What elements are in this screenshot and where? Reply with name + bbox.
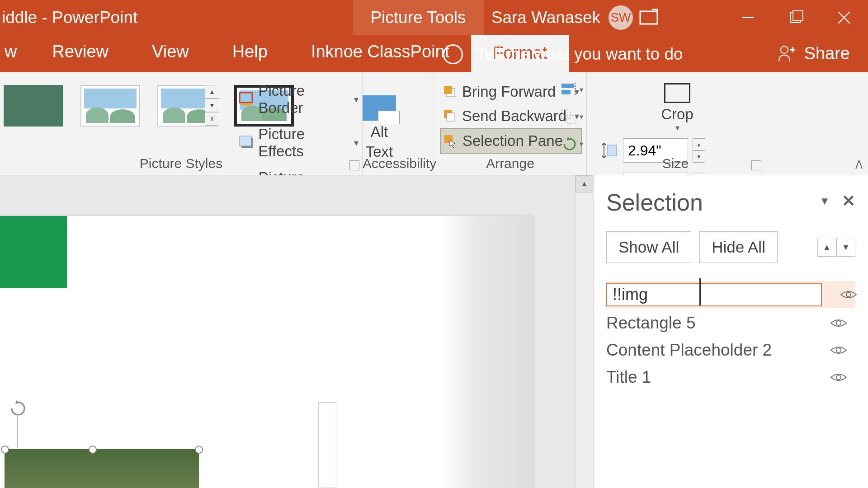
alt-text-icon (363, 95, 396, 121)
group-picture-styles: ▲ ▼ ⊻ Picture Border▾ Picture Effects▾ P… (0, 72, 363, 175)
move-up-icon[interactable]: ▲ (817, 238, 836, 257)
selection-pane: Selection ▼ ✕ Show All Hide All ▲ ▼ Rect… (593, 175, 868, 488)
group-label-picture-styles: Picture Styles (0, 156, 362, 171)
tab-view[interactable]: View (130, 42, 211, 72)
maximize-button[interactable] (772, 0, 820, 35)
selection-item-content-placeholder[interactable]: Content Placeholder 2 (606, 338, 855, 362)
resize-handle-tr[interactable] (195, 446, 203, 454)
visibility-toggle-icon[interactable] (830, 317, 847, 329)
rename-input[interactable] (606, 283, 822, 306)
minimize-button[interactable] (724, 0, 772, 35)
rotate-icon (561, 136, 578, 151)
slide[interactable] (0, 216, 533, 488)
visibility-toggle-icon[interactable] (830, 371, 847, 384)
selection-pane-icon (443, 134, 457, 148)
selection-items-list: Rectangle 5 Content Placeholder 2 Title … (606, 281, 855, 389)
slide-background-texture (439, 216, 533, 488)
tab-help[interactable]: Help (211, 42, 289, 72)
tell-me-search[interactable]: Tell me what you want to do (443, 44, 683, 64)
close-button[interactable] (820, 0, 868, 35)
group-label-arrange: Arrange (434, 156, 586, 171)
selection-pane-title: Selection (606, 189, 855, 216)
hide-all-button[interactable]: Hide All (699, 231, 778, 263)
visibility-toggle-icon[interactable] (840, 288, 857, 301)
svg-rect-0 (640, 11, 657, 24)
rotation-stem (17, 416, 18, 448)
svg-point-6 (781, 46, 788, 53)
gallery-down-icon[interactable]: ▼ (205, 99, 219, 112)
collapse-ribbon-icon[interactable]: ᐱ (855, 159, 863, 171)
visibility-toggle-icon[interactable] (830, 344, 847, 357)
tab-review[interactable]: Review (30, 42, 130, 72)
rotation-handle[interactable] (9, 399, 27, 418)
slide-canvas-area[interactable]: ▲ (0, 175, 593, 488)
svg-rect-16 (447, 113, 455, 121)
close-pane-icon[interactable]: ✕ (842, 192, 855, 211)
account-area[interactable]: Sara Wanasek SW (491, 5, 633, 30)
ribbon-display-options-icon[interactable] (624, 0, 674, 35)
svg-rect-9 (240, 136, 251, 146)
share-label: Share (804, 44, 850, 63)
gallery-more-icon[interactable]: ⊻ (205, 112, 219, 126)
group-label-accessibility: Accessibility (363, 156, 434, 171)
alt-text-button[interactable]: Alt Text (363, 95, 396, 160)
tell-me-placeholder: Tell me what you want to do (476, 45, 683, 64)
crop-button[interactable]: Crop ▾ (595, 80, 760, 133)
align-icon (561, 82, 578, 97)
svg-rect-14 (444, 86, 452, 94)
svg-point-27 (836, 375, 841, 380)
resize-handle-tl[interactable] (1, 446, 9, 454)
context-tab-label: Picture Tools (353, 0, 484, 35)
picture-border-icon (239, 92, 253, 107)
send-backward-icon (443, 109, 457, 123)
picture-content (5, 449, 199, 488)
ribbon: ▲ ▼ ⊻ Picture Border▾ Picture Effects▾ P… (0, 72, 868, 175)
vertical-scrollbar[interactable]: ▲ (575, 175, 593, 488)
gallery-up-icon[interactable]: ▲ (205, 85, 219, 99)
bring-forward-icon (443, 85, 457, 99)
selection-item-title[interactable]: Title 1 (606, 365, 855, 389)
style-thumb-2[interactable] (80, 85, 140, 127)
user-name: Sara Wanasek (491, 8, 600, 27)
gallery-scroll-buttons[interactable]: ▲ ▼ ⊻ (205, 85, 219, 126)
ribbon-tabs: w Review View Help Inknoe ClassPoint For… (0, 35, 868, 72)
resize-handle-tm[interactable] (89, 446, 97, 454)
group-size: Crop ▾ ▲▼ ▲▼ Size (587, 72, 764, 175)
size-dialog-launcher-icon[interactable] (751, 160, 761, 170)
svg-rect-20 (561, 110, 571, 119)
svg-point-26 (836, 348, 841, 352)
share-button[interactable]: Share (775, 43, 850, 63)
svg-rect-18 (561, 84, 574, 88)
tab-partial[interactable]: w (0, 42, 30, 72)
align-button[interactable]: ▾ (560, 80, 584, 99)
move-down-icon[interactable]: ▼ (836, 238, 855, 257)
svg-rect-7 (240, 93, 252, 103)
selection-item-rectangle[interactable]: Rectangle 5 (606, 311, 855, 335)
slide-thumbnail-partial[interactable] (318, 402, 336, 488)
crop-icon (661, 80, 693, 106)
height-up-icon[interactable]: ▲ (693, 138, 705, 150)
show-all-button[interactable]: Show All (606, 231, 691, 263)
svg-rect-22 (608, 145, 617, 156)
group-label-size: Size (587, 156, 764, 171)
pane-options-icon[interactable]: ▼ (819, 195, 830, 207)
dialog-launcher-icon[interactable] (349, 160, 359, 170)
rectangle-shape[interactable] (0, 216, 67, 288)
selection-item-editing[interactable] (606, 281, 855, 308)
style-thumb-1[interactable] (4, 85, 63, 127)
group-button[interactable]: ▾ (560, 107, 584, 127)
group-icon (561, 109, 578, 124)
group-accessibility: Alt Text Accessibility (363, 72, 434, 175)
picture-border-button[interactable]: Picture Border▾ (235, 80, 362, 119)
svg-rect-3 (793, 11, 803, 21)
scroll-up-icon[interactable]: ▲ (576, 175, 593, 192)
svg-rect-21 (567, 115, 576, 123)
title-bar: iddle - PowerPoint Picture Tools Sara Wa… (0, 0, 868, 35)
lightbulb-icon (443, 44, 463, 64)
picture-effects-icon (239, 135, 253, 150)
svg-point-25 (836, 321, 841, 325)
svg-point-24 (846, 292, 851, 297)
selected-picture[interactable] (0, 437, 199, 488)
document-title: iddle - PowerPoint (0, 8, 137, 27)
rotate-button[interactable]: ▾ (560, 134, 584, 154)
